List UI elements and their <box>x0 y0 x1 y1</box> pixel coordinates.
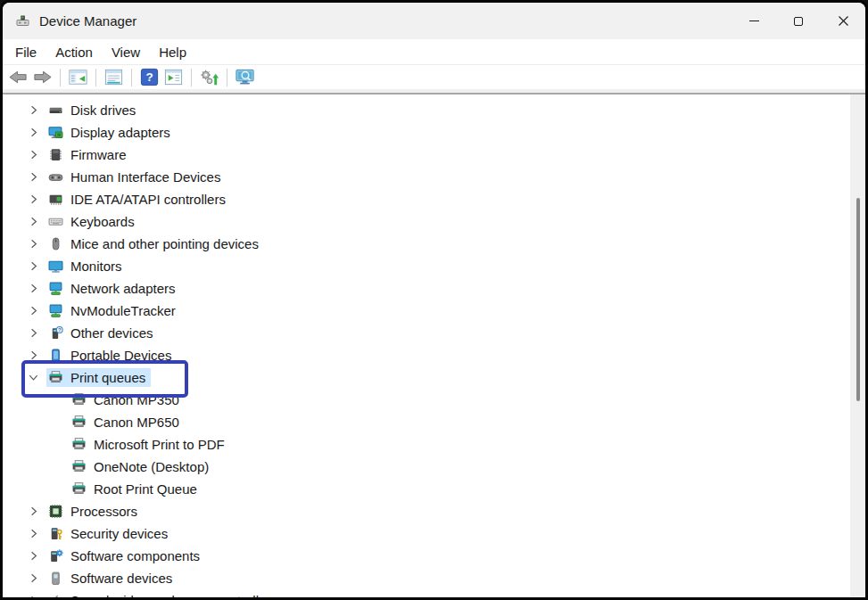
tree-row[interactable]: OneNote (Desktop) <box>3 456 865 478</box>
tree-row[interactable]: Canon MP350 <box>3 389 865 411</box>
tree-row-label[interactable]: Canon MP650 <box>94 415 179 430</box>
tree-row-label[interactable]: Monitors <box>70 259 122 274</box>
tree-row-body[interactable]: Human Interface Devices <box>46 168 226 186</box>
tree-row-label[interactable]: Keyboards <box>70 214 135 229</box>
chevron-right-icon[interactable] <box>27 193 46 206</box>
tree-row-body[interactable]: Software components <box>46 547 205 565</box>
tree-row[interactable]: Display adapters <box>3 121 865 144</box>
tree-row[interactable]: Disk drives <box>3 99 865 121</box>
tree-row-body[interactable]: Display adapters <box>46 123 176 142</box>
tree-row-body[interactable]: Microsoft Print to PDF <box>70 435 230 454</box>
help-button[interactable] <box>137 66 161 88</box>
chevron-right-icon[interactable] <box>27 148 46 161</box>
back-button[interactable] <box>6 66 30 88</box>
forward-button[interactable] <box>30 66 54 88</box>
tree-row-body[interactable]: Mice and other pointing devices <box>46 234 264 253</box>
tree-row-body[interactable]: Software devices <box>46 569 178 588</box>
tree-row-body[interactable]: Print queues <box>46 368 151 387</box>
chevron-right-icon[interactable] <box>27 594 46 597</box>
tree-row-body[interactable]: Monitors <box>46 257 128 275</box>
vertical-scrollbar[interactable] <box>850 95 865 597</box>
tree-row-label[interactable]: Microsoft Print to PDF <box>94 437 225 452</box>
tree-row[interactable]: Microsoft Print to PDF <box>3 433 865 456</box>
tree-row-body[interactable]: Firmware <box>46 145 132 164</box>
properties-button[interactable] <box>102 66 126 88</box>
chevron-right-icon[interactable] <box>27 527 46 540</box>
chevron-right-icon[interactable] <box>27 282 46 295</box>
tree-row-label[interactable]: Security devices <box>70 526 168 541</box>
tree-row[interactable]: Portable Devices <box>3 344 865 366</box>
chevron-right-icon[interactable] <box>27 126 46 139</box>
tree-row-label[interactable]: Display adapters <box>70 125 170 140</box>
menu-file[interactable]: File <box>15 45 37 60</box>
tree-row-body[interactable]: Processors <box>46 502 143 521</box>
tree-row-label[interactable]: Firmware <box>70 147 127 162</box>
tree-row[interactable]: NvModuleTracker <box>3 300 865 322</box>
tree-row-label[interactable]: Processors <box>70 504 137 519</box>
tree-row-body[interactable]: Other devices <box>46 324 159 342</box>
tree-row-label[interactable]: Human Interface Devices <box>70 169 220 185</box>
scan-hardware-changes-button[interactable] <box>233 66 257 88</box>
tree-row-label[interactable]: Software devices <box>70 571 172 586</box>
tree-row[interactable]: Root Print Queue <box>3 478 865 500</box>
tree-row[interactable]: Canon MP650 <box>3 411 865 433</box>
tree-row-body[interactable]: Portable Devices <box>46 346 177 365</box>
tree-row-body[interactable]: Disk drives <box>46 101 141 119</box>
menu-view[interactable]: View <box>112 45 140 60</box>
tree-row[interactable]: Security devices <box>3 522 865 545</box>
tree-row-label[interactable]: Print queues <box>70 370 145 385</box>
tree-row[interactable]: Processors <box>3 500 865 522</box>
tree-row[interactable]: Keyboards <box>3 210 865 233</box>
menu-help[interactable]: Help <box>159 45 186 60</box>
tree-row-label[interactable]: Disk drives <box>70 103 136 118</box>
chevron-right-icon[interactable] <box>27 571 46 585</box>
menu-action[interactable]: Action <box>55 45 93 60</box>
chevron-right-icon[interactable] <box>27 237 46 251</box>
tree-row-label[interactable]: NvModuleTracker <box>70 303 176 318</box>
tree-row-body[interactable]: Keyboards <box>46 212 140 231</box>
chevron-right-icon[interactable] <box>27 349 46 362</box>
chevron-right-icon[interactable] <box>27 170 46 184</box>
tree-row-label[interactable]: Mice and other pointing devices <box>70 236 259 251</box>
tree-row-body[interactable]: Network adapters <box>46 279 181 298</box>
chevron-right-icon[interactable] <box>27 326 46 340</box>
chevron-right-icon[interactable] <box>27 549 46 563</box>
tree-row[interactable]: Print queues <box>3 366 865 389</box>
tree-row[interactable]: Other devices <box>3 322 865 344</box>
tree-row-label[interactable]: OneNote (Desktop) <box>94 459 209 474</box>
minimize-button[interactable] <box>732 3 776 39</box>
tree-row-body[interactable]: IDE ATA/ATAPI controllers <box>46 190 231 209</box>
tree-row-body[interactable]: NvModuleTracker <box>46 301 181 320</box>
chevron-right-icon[interactable] <box>27 215 46 228</box>
tree-row[interactable]: Human Interface Devices <box>3 166 865 188</box>
chevron-down-icon[interactable] <box>27 371 46 384</box>
tree-row-label[interactable]: Canon MP350 <box>94 392 179 407</box>
tree-row-label[interactable]: IDE ATA/ATAPI controllers <box>70 192 226 207</box>
update-driver-button[interactable] <box>197 66 221 88</box>
tree-row-body[interactable]: Canon MP650 <box>70 413 185 432</box>
tree-row[interactable]: Monitors <box>3 255 865 277</box>
tree-row-label[interactable]: Network adapters <box>70 281 176 296</box>
chevron-right-icon[interactable] <box>27 259 46 273</box>
tree-row-body[interactable]: Sound, video and game controllers <box>46 591 283 597</box>
tree-row-body[interactable]: Canon MP350 <box>70 390 185 409</box>
chevron-right-icon[interactable] <box>27 103 46 117</box>
tree-row[interactable]: IDE ATA/ATAPI controllers <box>3 188 865 210</box>
tree-row-label[interactable]: Root Print Queue <box>94 481 197 497</box>
close-button[interactable] <box>821 3 865 39</box>
tree-row-body[interactable]: OneNote (Desktop) <box>70 457 214 476</box>
tree-row-label[interactable]: Other devices <box>70 325 153 341</box>
show-console-tree-button[interactable] <box>66 66 90 88</box>
tree-row-label[interactable]: Sound, video and game controllers <box>70 593 277 597</box>
show-action-pane-button[interactable] <box>161 66 186 88</box>
tree-row[interactable]: Firmware <box>3 144 865 166</box>
tree-row[interactable]: Software devices <box>3 567 865 589</box>
tree-row-body[interactable]: Security devices <box>46 524 173 543</box>
tree-row-label[interactable]: Portable Devices <box>70 348 171 363</box>
maximize-button[interactable] <box>776 3 821 39</box>
chevron-right-icon[interactable] <box>27 304 46 317</box>
tree-row-label[interactable]: Software components <box>70 548 200 563</box>
tree-row[interactable]: Network adapters <box>3 277 865 300</box>
tree-row[interactable]: Software components <box>3 545 865 567</box>
tree-row[interactable]: Mice and other pointing devices <box>3 233 865 255</box>
